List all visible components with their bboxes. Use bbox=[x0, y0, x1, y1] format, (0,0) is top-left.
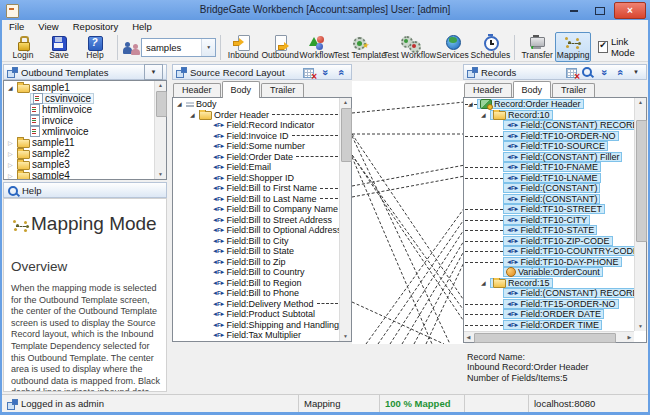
records-tab-header[interactable]: Header bbox=[464, 83, 512, 97]
tree-item-field-shopper-id[interactable]: ◄F►Field:Shopper ID bbox=[173, 173, 339, 184]
tree-item-record-10[interactable]: ◢Record:10 bbox=[464, 110, 634, 121]
toolbar-button-mapping[interactable]: Mapping bbox=[555, 32, 591, 62]
account-combobox[interactable]: samples▼ bbox=[141, 38, 216, 57]
scroll-up-icon[interactable]: ▲ bbox=[155, 81, 166, 90]
tree-item-field-tf10-country-code[interactable]: ◄F►Field:TF10-COUNTRY-CODE bbox=[464, 246, 634, 257]
collapse-all-icon[interactable]: » bbox=[318, 66, 332, 79]
tree-item-invoice[interactable]: invoice bbox=[4, 115, 154, 126]
tree-item-sample4[interactable]: ▷sample4 bbox=[4, 170, 154, 179]
tree-item-field-order-date[interactable]: ◄F►Field:Order Date bbox=[173, 152, 339, 163]
menu-item-help[interactable]: Help bbox=[125, 20, 159, 33]
close-button[interactable]: × bbox=[614, 2, 646, 19]
toolbar-button-services[interactable]: Services bbox=[435, 32, 471, 62]
arrow-collapsed-icon[interactable]: ▷ bbox=[8, 162, 17, 168]
clear-table-icon[interactable] bbox=[565, 66, 579, 79]
tree-item-field-tf10-state[interactable]: ◄F►Field:TF10-STATE bbox=[464, 225, 634, 236]
scroll-up-icon[interactable]: ▲ bbox=[635, 98, 646, 107]
arrow-expanded-icon[interactable]: ◢ bbox=[8, 85, 17, 91]
scroll-left-icon[interactable]: ◀ bbox=[464, 332, 473, 342]
chevron-down-icon[interactable]: ▼ bbox=[144, 64, 163, 80]
tree-item-xmlinvoice[interactable]: xmlinvoice bbox=[4, 126, 154, 137]
scrollbar-thumb[interactable] bbox=[636, 120, 647, 242]
tree-item-field-tf10-lname[interactable]: ◄F►Field:TF10-LNAME bbox=[464, 173, 634, 184]
scroll-down-icon[interactable]: ▼ bbox=[340, 332, 351, 341]
records-hscrollbar[interactable]: ◀ ▶ bbox=[464, 331, 634, 342]
maximize-button[interactable] bbox=[588, 3, 612, 18]
arrow-collapsed-icon[interactable]: ▷ bbox=[8, 173, 17, 179]
arrow-expanded-icon[interactable]: ◢ bbox=[177, 101, 186, 107]
collapse-all-icon[interactable]: » bbox=[597, 66, 611, 79]
source-scrollbar[interactable]: ▲ ▼ bbox=[339, 98, 351, 341]
tree-item-sample3[interactable]: ▷sample3 bbox=[4, 159, 154, 170]
arrow-expanded-icon[interactable]: ◢ bbox=[481, 280, 490, 286]
arrow-collapsed-icon[interactable]: ▷ bbox=[8, 140, 17, 146]
tree-item-sample11[interactable]: ▷sample11 bbox=[4, 137, 154, 148]
tree-item-sample2[interactable]: ▷sample2 bbox=[4, 148, 154, 159]
arrow-expanded-icon[interactable]: ◢ bbox=[190, 112, 199, 118]
tree-item-field-some-number[interactable]: ◄F►Field:Some number bbox=[173, 141, 339, 152]
records-vscrollbar[interactable]: ▲ ▼ bbox=[634, 98, 646, 331]
tree-item-field-constant-filler[interactable]: ◄F►Field:(CONSTANT) Filler bbox=[464, 152, 634, 163]
tree-item-field-tf10-city[interactable]: ◄F►Field:TF10-CITY bbox=[464, 215, 634, 226]
scrollbar-thumb[interactable] bbox=[156, 91, 167, 117]
tree-item-field-bill-to-street-address[interactable]: ◄F►Field:Bill to Street Address bbox=[173, 215, 339, 226]
tree-item-field-tax-multiplier[interactable]: ◄F►Field:Tax Multiplier bbox=[173, 330, 339, 341]
toolbar-button-test-workflow[interactable]: Test Workflow bbox=[385, 32, 435, 62]
toolbar-button-workflow[interactable]: Workflow bbox=[299, 32, 335, 62]
scroll-down-icon[interactable]: ▼ bbox=[635, 322, 646, 331]
tree-item-field-bill-to-company-name[interactable]: ◄F►Field:Bill to Company Name bbox=[173, 204, 339, 215]
tree-item-field-bill-to-first-name[interactable]: ◄F►Field:Bill to First Name bbox=[173, 183, 339, 194]
tree-item-body[interactable]: ◢Body bbox=[173, 99, 339, 110]
source-tab-body[interactable]: Body bbox=[222, 81, 261, 98]
tree-item-field-constant[interactable]: ◄F►Field:(CONSTANT) bbox=[464, 183, 634, 194]
tree-item-field-email[interactable]: ◄F►Field:Email bbox=[173, 162, 339, 173]
tree-item-record-order-header[interactable]: ◢Record:Order Header bbox=[464, 99, 634, 110]
tree-item-record-15[interactable]: ◢Record:15 bbox=[464, 278, 634, 289]
toolbar-button-help[interactable]: ?Help bbox=[77, 32, 113, 62]
link-mode-checkbox[interactable]: Link Mode bbox=[598, 36, 645, 58]
tree-item-field-bill-to-country[interactable]: ◄F►Field:Bill to Country bbox=[173, 267, 339, 278]
arrow-collapsed-icon[interactable]: ▷ bbox=[8, 151, 17, 157]
clear-table-icon[interactable] bbox=[302, 66, 316, 79]
tree-item-field-tf10-zip-code[interactable]: ◄F►Field:TF10-ZIP-CODE bbox=[464, 236, 634, 247]
records-tab-body[interactable]: Body bbox=[513, 81, 552, 98]
tree-item-field-product-subtotal[interactable]: ◄F►Field:Product Subtotal bbox=[173, 309, 339, 320]
toolbar-button-save[interactable]: Save bbox=[41, 32, 77, 62]
tree-item-field-tf10-day-phone[interactable]: ◄F►Field:TF10-DAY-PHONE bbox=[464, 257, 634, 268]
toolbar-button-inbound[interactable]: Inbound bbox=[225, 32, 261, 62]
minimize-button[interactable] bbox=[562, 3, 586, 18]
source-tab-trailer[interactable]: Trailer bbox=[261, 83, 304, 97]
tree-item-field-tf10-street[interactable]: ◄F►Field:TF10-STREET bbox=[464, 204, 634, 215]
expand-all-icon[interactable]: « bbox=[613, 66, 627, 79]
tree-item-field-bill-to-optional-address[interactable]: ◄F►Field:Bill to Optional Address bbox=[173, 225, 339, 236]
tree-item-field-record-indicator[interactable]: ◄F►Field:Record Indicator bbox=[173, 120, 339, 131]
toolbar-button-schedules[interactable]: Schedules bbox=[471, 32, 511, 62]
scroll-down-icon[interactable]: ▼ bbox=[155, 170, 166, 179]
scrollbar-thumb[interactable] bbox=[341, 108, 352, 162]
expand-all-icon[interactable]: « bbox=[334, 66, 348, 79]
tree-item-field-bill-to-city[interactable]: ◄F►Field:Bill to City bbox=[173, 236, 339, 247]
magnifier-icon[interactable] bbox=[581, 66, 595, 79]
tree-item-order-header[interactable]: ◢Order Header bbox=[173, 110, 339, 121]
toolbar-button-login[interactable]: Login bbox=[5, 32, 41, 62]
tree-item-field-bill-to-state[interactable]: ◄F►Field:Bill to State bbox=[173, 246, 339, 257]
tree-item-field-tf10-order-no[interactable]: ◄F►Field:TF10-ORDER-NO bbox=[464, 131, 634, 142]
scroll-right-icon[interactable]: ▶ bbox=[625, 332, 634, 342]
tree-item-field-tf10-source[interactable]: ◄F►Field:TF10-SOURCE bbox=[464, 141, 634, 152]
tree-item-field-constant-record-indica[interactable]: ◄F►Field:(CONSTANT) RECORD INDICA bbox=[464, 120, 634, 131]
scrollbar-thumb[interactable] bbox=[474, 333, 616, 343]
tree-item-csvinvoice[interactable]: csvinvoice bbox=[4, 93, 154, 104]
tree-item-field-invoice-id[interactable]: ◄F►Field:Invoice ID bbox=[173, 131, 339, 142]
tree-item-field-delivery-method[interactable]: ◄F►Field:Delivery Method bbox=[173, 299, 339, 310]
toolbar-button-test-template[interactable]: ★Test Template bbox=[335, 32, 385, 62]
tree-item-field-bill-to-zip[interactable]: ◄F►Field:Bill to Zip bbox=[173, 257, 339, 268]
toolbar-button-transfer[interactable]: Transfer bbox=[519, 32, 555, 62]
source-tab-header[interactable]: Header bbox=[173, 83, 221, 97]
tree-item-variable-ordercount[interactable]: Variable:OrderCount bbox=[464, 267, 634, 278]
tree-item-field-shipping-and-handling[interactable]: ◄F►Field:Shipping and Handling bbox=[173, 320, 339, 331]
tree-item-htmlinvoice[interactable]: htmlinvoice bbox=[4, 104, 154, 115]
toolbar-button-outbound[interactable]: Outbound bbox=[261, 32, 299, 62]
chevron-down-icon[interactable]: ▼ bbox=[201, 39, 215, 56]
tree-item-field-tf15-order-no[interactable]: ◄F►Field:TF15-ORDER-NO bbox=[464, 299, 634, 310]
chevron-down-icon[interactable]: ▼ bbox=[629, 66, 643, 79]
